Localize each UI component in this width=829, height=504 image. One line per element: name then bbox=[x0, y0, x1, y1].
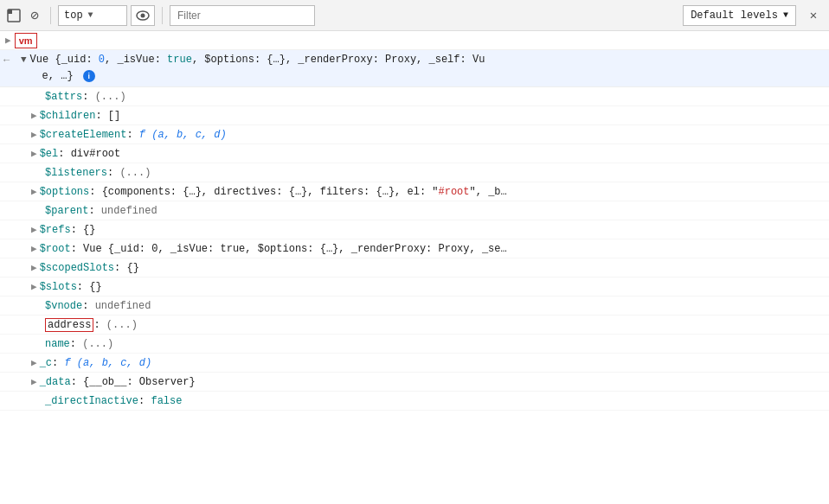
colon: : bbox=[71, 224, 83, 236]
colon: : bbox=[95, 110, 107, 122]
prop-val: f (a, b, c, d) bbox=[64, 357, 151, 369]
colon: : bbox=[89, 186, 101, 198]
colon: : bbox=[126, 129, 138, 141]
prop-key: $root bbox=[40, 243, 71, 255]
object-tree: ← ▼ Vue {_uid: 0, _isVue: true, $options… bbox=[0, 50, 829, 411]
prop-key: $children bbox=[40, 110, 96, 122]
colon: : bbox=[71, 376, 83, 388]
prop-val: f (a, b, c, d) bbox=[139, 129, 227, 141]
prop-key: $slots bbox=[40, 281, 77, 293]
prop-val: Vue {_uid: 0, _isVue: true, $options: {…… bbox=[83, 243, 507, 255]
expand-icon[interactable]: ▶ bbox=[31, 110, 37, 121]
dropdown-arrow-icon: ▼ bbox=[88, 10, 93, 20]
prop-parent: $parent : undefined bbox=[0, 201, 829, 220]
prop-refs: ▶ $refs : {} bbox=[0, 220, 829, 239]
colon: : bbox=[88, 205, 100, 217]
prop-options: ▶ $options : {components: {…}, directive… bbox=[0, 182, 829, 201]
prop-vnode: $vnode : undefined bbox=[0, 297, 829, 316]
prop-directinactive: _directInactive : false bbox=[0, 392, 829, 411]
colon: : bbox=[138, 395, 151, 407]
svg-rect-1 bbox=[8, 10, 12, 14]
prop-slots: ▶ $slots : {} bbox=[0, 278, 829, 297]
svg-point-3 bbox=[141, 13, 145, 17]
prop-val: div#root bbox=[71, 148, 121, 160]
frame-icon[interactable] bbox=[5, 7, 22, 24]
levels-arrow-icon: ▼ bbox=[783, 10, 788, 20]
prop-key: _data bbox=[40, 376, 71, 388]
prop-key: $refs bbox=[40, 224, 71, 236]
address-key: address bbox=[45, 318, 93, 332]
vm-badge: vm bbox=[15, 33, 37, 48]
prop-val: undefined bbox=[95, 300, 151, 312]
prop-val: {} bbox=[126, 262, 138, 274]
colon: : bbox=[52, 357, 64, 369]
prop-data: ▶ _data : {__ob__: Observer} bbox=[0, 373, 829, 392]
expand-icon[interactable]: ▶ bbox=[31, 186, 37, 197]
colon: : bbox=[82, 91, 94, 103]
colon: : bbox=[82, 300, 94, 312]
prop-root: ▶ $root : Vue {_uid: 0, _isVue: true, $o… bbox=[0, 239, 829, 258]
expand-icon[interactable]: ▶ bbox=[31, 376, 37, 387]
prop-listeners: $listeners : (...) bbox=[0, 163, 829, 182]
prop-val: {} bbox=[89, 281, 101, 293]
prop-val: {components: {…}, directives: {…}, filte… bbox=[102, 186, 439, 198]
vm-expand-icon[interactable]: ▶ bbox=[5, 35, 11, 46]
default-levels-label: Default levels bbox=[691, 10, 778, 22]
prop-val: (...) bbox=[95, 91, 126, 103]
prop-key: _c bbox=[40, 357, 52, 369]
back-arrow-icon: ← bbox=[3, 53, 10, 69]
main-expand-icon[interactable]: ▼ bbox=[21, 53, 27, 68]
prop-name: name : (...) bbox=[0, 335, 829, 354]
prop-key: $scopedSlots bbox=[40, 262, 114, 274]
content-area: ← ▼ Vue {_uid: 0, _isVue: true, $options… bbox=[0, 50, 829, 504]
info-icon[interactable]: i bbox=[83, 70, 95, 82]
devtools-toolbar: ⊘ top ▼ Default levels ▼ ✕ bbox=[0, 0, 829, 31]
colon: : bbox=[93, 319, 106, 331]
expand-icon[interactable]: ▶ bbox=[31, 148, 37, 159]
vm-row: ▶ vm bbox=[0, 31, 829, 50]
divider2 bbox=[162, 7, 163, 24]
expand-icon[interactable]: ▶ bbox=[31, 129, 37, 140]
expand-icon[interactable]: ▶ bbox=[31, 243, 37, 254]
prop-val: (...) bbox=[119, 167, 151, 179]
prop-key: $createElement bbox=[40, 129, 127, 141]
expand-icon[interactable]: ▶ bbox=[31, 224, 37, 235]
prop-el: ▶ $el : div#root bbox=[0, 144, 829, 163]
prop-createelement: ▶ $createElement : f (a, b, c, d) bbox=[0, 125, 829, 144]
prop-val: {__ob__: Observer} bbox=[83, 376, 196, 388]
prop-key: $vnode bbox=[45, 300, 82, 312]
prop-key: _directInactive bbox=[45, 395, 138, 407]
prop-val: undefined bbox=[101, 205, 157, 217]
prop-children: ▶ $children : [] bbox=[0, 106, 829, 125]
context-dropdown[interactable]: top ▼ bbox=[58, 5, 127, 26]
prop-c: ▶ _c : f (a, b, c, d) bbox=[0, 354, 829, 373]
prop-address: address : (...) bbox=[0, 316, 829, 335]
expand-icon[interactable]: ▶ bbox=[31, 281, 37, 292]
divider bbox=[50, 7, 51, 24]
prop-attrs: $attrs : (...) bbox=[0, 87, 829, 106]
prop-val: {} bbox=[83, 224, 95, 236]
prop-val: (...) bbox=[106, 319, 138, 331]
prop-key: $listeners bbox=[45, 167, 107, 179]
stop-icon[interactable]: ⊘ bbox=[26, 7, 43, 24]
vue-object-text: Vue {_uid: 0, _isVue: true, $options: {…… bbox=[30, 52, 485, 85]
prop-val: (...) bbox=[82, 338, 113, 350]
default-levels-dropdown[interactable]: Default levels ▼ bbox=[683, 5, 796, 26]
root-val: #root bbox=[439, 186, 470, 198]
prop-val: false bbox=[151, 395, 182, 407]
colon: : bbox=[114, 262, 126, 274]
prop-scopedslots: ▶ $scopedSlots : {} bbox=[0, 258, 829, 278]
expand-icon[interactable]: ▶ bbox=[31, 357, 37, 368]
colon: : bbox=[71, 243, 83, 255]
colon: : bbox=[70, 338, 82, 350]
colon: : bbox=[58, 148, 70, 160]
expand-icon[interactable]: ▶ bbox=[31, 262, 37, 273]
vue-main-line: ← ▼ Vue {_uid: 0, _isVue: true, $options… bbox=[0, 50, 829, 87]
prop-key: $el bbox=[40, 148, 59, 160]
prop-val2: ", _b… bbox=[470, 186, 507, 198]
eye-button[interactable] bbox=[131, 5, 155, 26]
prop-key: $attrs bbox=[45, 91, 82, 103]
filter-input[interactable] bbox=[170, 5, 315, 26]
prop-key: $options bbox=[40, 186, 90, 198]
settings-icon[interactable]: ✕ bbox=[803, 5, 824, 26]
